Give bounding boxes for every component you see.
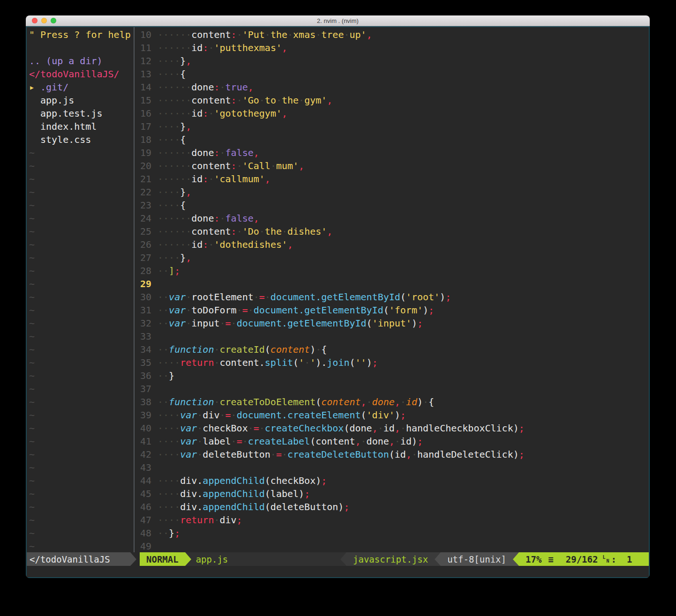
whitespace-dot: · [163,396,169,408]
code-text: ····{ [158,67,186,81]
code-line-16[interactable]: 16······id:·'gotothegym', [135,107,649,120]
code-line-42[interactable]: 42····var·deleteButton·=·createDeleteBut… [135,448,649,461]
code-line-29[interactable]: 29 [135,277,649,290]
tree-item-app.js[interactable]: app.js [27,94,134,107]
line-number: 45 [135,487,151,500]
empty-line-tilde: ~ [27,513,134,527]
code-line-12[interactable]: 12····}, [135,54,649,67]
code-line-35[interactable]: 35····return·content.split('·').join('')… [135,356,649,369]
tree-item-style.css[interactable]: style.css [27,133,134,146]
code-line-46[interactable]: 46····div.appendChild(deleteButton); [135,500,649,513]
minimize-button[interactable] [41,18,47,23]
code-token: ) [395,409,400,421]
code-line-25[interactable]: 25······content:·'Do·the·dishes', [135,225,649,238]
code-token: ; [417,318,423,329]
code-line-28[interactable]: 28··]; [135,264,649,277]
code-line-30[interactable]: 30··var·rootElement·=·document.getElemen… [135,290,649,304]
code-line-31[interactable]: 31··var·toDoForm·=·document.getElementBy… [135,304,649,317]
line-number: 25 [135,225,151,238]
code-token: createId [219,344,264,355]
code-line-41[interactable]: 41····var·label·=·createLabel(content,·d… [135,435,649,448]
tree-item-..-up-a-dir[interactable]: .. (up a dir) [27,54,134,67]
whitespace-dot: · [174,147,180,158]
code-token: , [287,239,293,250]
code-line-38[interactable]: 38··function·createToDoElement(content,·… [135,395,649,408]
code-token: the [265,226,282,237]
code-line-10[interactable]: 10······content:·'Put·the·xmas·tree·up', [135,28,649,41]
code-token: handleDeleteClick [417,449,513,460]
code-line-14[interactable]: 14······done:·true, [135,81,649,94]
tree-item-app.test.js[interactable]: app.test.js [27,107,134,120]
code-token: , [254,213,259,224]
code-line-49[interactable]: 49 [135,540,649,552]
code-token: ) [310,344,315,355]
code-line-23[interactable]: 23····{ [135,199,649,212]
whitespace-dot: · [174,226,180,237]
editor-pane[interactable]: 10······content:·'Put·the·xmas·tree·up',… [134,27,649,552]
code-line-26[interactable]: 26······id:·'dothedishes', [135,238,649,251]
code-token: ( [293,357,299,368]
code-line-45[interactable]: 45····div.appendChild(label); [135,487,649,500]
code-line-47[interactable]: 47····return·div; [135,513,649,527]
code-token: ( [315,396,321,408]
code-token: content. [219,357,264,368]
code-line-43[interactable]: 43 [135,461,649,474]
code-line-37[interactable]: 37 [135,382,649,395]
whitespace-dot: · [174,409,180,421]
whitespace-dot: · [163,226,169,237]
code-line-39[interactable]: 39····var·div·=·document.createElement('… [135,408,649,422]
whitespace-dot: · [220,147,225,158]
code-line-36[interactable]: 36··} [135,369,649,382]
code-line-24[interactable]: 24······done:·false, [135,212,649,225]
line-number: 24 [135,212,151,225]
code-line-13[interactable]: 13····{ [135,67,649,81]
command-line[interactable] [27,566,649,577]
code-line-33[interactable]: 33 [135,330,649,343]
whitespace-dot: · [276,95,282,106]
whitespace-dot: · [174,501,180,512]
code-token: { [180,68,186,80]
code-token: , [254,147,259,158]
zoom-button[interactable] [51,18,56,23]
code-line-11[interactable]: 11······id:·'putthexmas', [135,41,649,54]
whitespace-dot: · [174,488,180,499]
code-line-15[interactable]: 15······content:·'Go·to·the·gym', [135,94,649,107]
code-token: ) [412,318,417,329]
code-token: { [180,134,186,145]
code-token: , [248,82,254,93]
titlebar[interactable]: 2. nvim . (nvim) [26,15,650,26]
empty-line-tilde: ~ [27,277,134,290]
tree-item-press-for-help[interactable]: " Press ? for help [27,28,134,41]
code-token: id [383,423,395,434]
line-number: 10 [135,28,151,41]
code-token: , [355,436,361,447]
whitespace-dot: · [158,200,163,211]
code-line-21[interactable]: 21······id:·'callmum', [135,172,649,186]
code-line-18[interactable]: 18····{ [135,133,649,146]
code-line-48[interactable]: 48··}; [135,527,649,540]
tree-item-todovanillajs[interactable]: </todoVanillaJS/ [27,67,134,81]
code-token: ( [265,344,270,355]
whitespace-dot: · [158,160,163,171]
close-button[interactable] [32,18,38,23]
nerdtree-pane[interactable]: " Press ? for help.. (up a dir)</todoVan… [27,27,134,552]
code-line-20[interactable]: 20······content:·'Call·mum', [135,159,649,172]
tree-item-index.html[interactable]: index.html [27,120,134,133]
code-line-17[interactable]: 17····}, [135,120,649,133]
code-token: : [203,108,208,119]
code-line-32[interactable]: 32··var·input·=·document.getElementById(… [135,317,649,330]
code-line-44[interactable]: 44····div.appendChild(checkBox); [135,474,649,487]
line-number: 28 [135,264,151,277]
line-number: 13 [135,67,151,81]
code-line-40[interactable]: 40····var·checkBox·=·createCheckbox(done… [135,422,649,435]
code-token: , [186,252,191,263]
code-token: var [169,291,186,303]
tree-item-.git[interactable]: ▸.git/ [27,81,134,94]
terminal-content: " Press ? for help.. (up a dir)</todoVan… [26,26,650,578]
code-text: ····var·deleteButton·=·createDeleteButto… [158,448,525,461]
code-line-22[interactable]: 22····}, [135,186,649,199]
code-line-27[interactable]: 27····}, [135,251,649,264]
code-line-19[interactable]: 19······done:·false, [135,146,649,159]
code-line-34[interactable]: 34··function·createId(content)·{ [135,343,649,356]
whitespace-dot: · [197,423,203,434]
